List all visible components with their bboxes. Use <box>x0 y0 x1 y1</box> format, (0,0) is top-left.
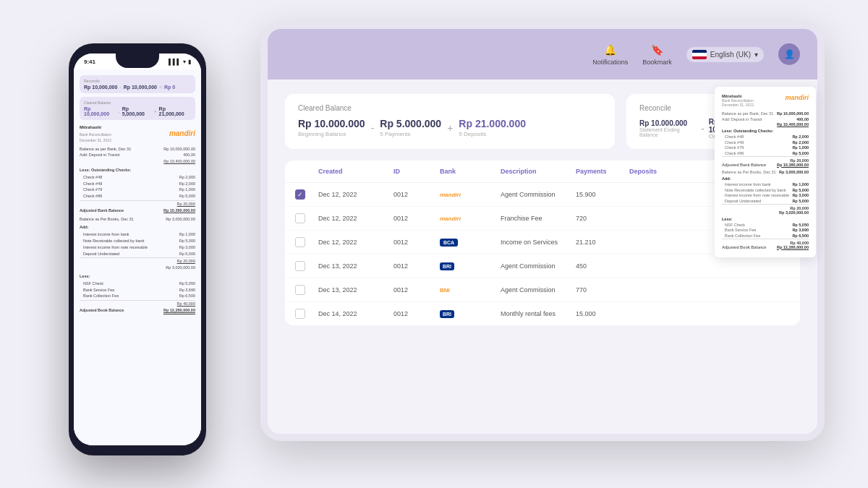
recon-doc-data-row: Interest income from note receivable Rp … <box>722 193 809 197</box>
recon-label: Check #48 <box>725 134 744 139</box>
phone-value: Rp 5,000 <box>179 251 195 257</box>
row-bank: mandiri <box>440 215 498 222</box>
phone-report-row: Check #49Rp 2,000 <box>80 181 195 187</box>
bank-logo-bca: BCA <box>440 239 498 247</box>
phone-value: Rp 12,280,000.00 <box>163 307 195 314</box>
table-row[interactable]: Dec 13, 2022 0012 BNI Agent Commission 7… <box>285 278 800 302</box>
bank-logo-mandiri: mandiri <box>440 215 498 222</box>
phone-report: Mitrahashi Bank Reconciliation December … <box>80 124 195 314</box>
phone-value: Rp 6,500 <box>179 293 195 299</box>
phone-label: Note Receivable collected by bank <box>83 238 144 244</box>
row-description: Income on Services <box>501 239 573 246</box>
row-checkbox[interactable] <box>295 309 305 319</box>
phone-value: 400,00 <box>183 152 195 158</box>
phone-section: Less: Outstanding Checks: <box>80 167 195 174</box>
balance-items: Rp 10.000.000 Beginning Balance - Rp 5.0… <box>298 118 602 137</box>
table-row[interactable]: Dec 13, 2022 0012 BRI Agent Commission 4… <box>285 254 800 278</box>
beginning-balance-label: Beginning Balance <box>298 131 365 137</box>
phone-label: Add: Deposit in Transit <box>80 152 119 158</box>
recon-value: Rp 3,020,000.00 <box>779 210 809 215</box>
recon-label: Note Receivable collected by bank <box>725 188 786 192</box>
notifications-label: Notifications <box>592 59 628 66</box>
row-id: 0012 <box>393 191 437 198</box>
phone-label: Check #86 <box>83 193 102 200</box>
row-checkbox[interactable] <box>295 285 305 295</box>
phone-balance2: Rp 10,000,000 <box>124 85 157 90</box>
phone-value: Rp 1,000 <box>179 231 195 238</box>
row-checkbox[interactable] <box>295 237 305 247</box>
bank-logo-bri: BRI <box>440 262 498 270</box>
phone-label: Balance as Per Books, Dec 31 <box>80 216 134 223</box>
phone-report-row: Add: Deposit in Transit 400,00 <box>80 152 195 158</box>
phone-report-row: Check #79Rp 1,000 <box>80 187 195 193</box>
phone-value: Rp 5,000 <box>179 238 195 244</box>
cleared-balance-title: Cleared Balance <box>298 104 602 112</box>
phone-screen: 9:41 ▌▌▌ ▾ ▮ Reconcile Rp 10,000,000 - R… <box>74 53 201 445</box>
row-date: Dec 12, 2022 <box>318 191 391 198</box>
recon-value: Rp 1,000 <box>792 182 809 187</box>
bookmark-button[interactable]: 🔖 Bookmark <box>642 43 672 66</box>
language-selector[interactable]: English (UK) ▾ <box>686 47 764 62</box>
payments-amount: Rp 5.000.000 <box>380 118 441 129</box>
recon-doc-date: December 31, 2022 <box>722 103 754 107</box>
phone-label: Check #49 <box>83 181 102 187</box>
mobile-phone: 9:41 ▌▌▌ ▾ ▮ Reconcile Rp 10,000,000 - R… <box>69 43 206 455</box>
recon-label: Balance as per Bank, Dec 31 <box>722 111 773 116</box>
cleared-balance-card: Cleared Balance Rp 10.000.000 Beginning … <box>285 94 615 149</box>
recon-section: Less: <box>722 217 809 221</box>
recon-doc-data-row: Bank Collection Fee Rp 6,500 <box>722 234 809 238</box>
user-avatar[interactable]: 👤 <box>778 43 800 65</box>
recon-total-row: Rp 20,000 <box>722 204 809 210</box>
recon-doc-data-row: Add: Deposit in Transit 400,00 <box>722 117 809 121</box>
recon-value: Rp 1,000 <box>792 145 809 150</box>
deposits-amount: Rp 21.000.000 <box>459 118 526 129</box>
statement-item: Rp 10.000.000 Statement Ending Balance <box>639 119 697 137</box>
col-bank: Bank <box>440 168 498 175</box>
row-payments: 21.210 <box>576 239 626 246</box>
recon-label: Check #49 <box>725 140 744 145</box>
phone-value: Rp 3,000 <box>179 244 195 251</box>
row-payments: 15.900 <box>576 191 626 198</box>
recon-value: Rp 5,000 <box>792 199 809 203</box>
chevron-down-icon: ▾ <box>754 51 758 59</box>
phone-label: NSF Check <box>83 281 103 287</box>
row-payments: 720 <box>576 215 626 222</box>
phone-label: Interest income from note receivable <box>83 244 148 251</box>
recon-doc-data-row: Check #79 Rp 1,000 <box>722 145 809 150</box>
recon-doc-data-row: Check #48 Rp 2,000 <box>722 134 809 139</box>
row-checkbox[interactable] <box>295 213 305 223</box>
phone-value: Rp 20,000 <box>177 258 195 265</box>
recon-label: Interest income from bank <box>725 182 771 187</box>
recon-label: Add: Deposit in Transit <box>722 117 762 121</box>
recon-label: Check #79 <box>725 145 744 150</box>
language-label: English (UK) <box>710 51 751 59</box>
recon-doc-data-row: Balance as per Bank, Dec 31 Rp 10,000,00… <box>722 111 809 116</box>
row-payments: 770 <box>576 286 626 294</box>
bank-logo-bri: BRI <box>440 310 498 318</box>
col-description: Description <box>501 168 573 175</box>
row-id: 0012 <box>393 215 437 222</box>
row-checkbox[interactable] <box>295 261 305 271</box>
row-date: Dec 14, 2022 <box>318 310 391 317</box>
col-checkbox <box>295 168 315 175</box>
table-row[interactable]: Dec 14, 2022 0012 BRI Monthly rental fee… <box>285 302 800 325</box>
phone-section: Add: <box>80 224 195 231</box>
phone-label: Deposit Understated <box>83 251 119 257</box>
phone-value: Rp 3,020,000.00 <box>166 265 195 271</box>
recon-doc-header: Mitrahashi Bank Reconciliation December … <box>722 94 809 107</box>
recon-label: Adjusted Book Balance <box>722 245 766 249</box>
recon-doc-data-row: Adjusted Bank Balance Rp 10,380,000.00 <box>722 163 809 167</box>
plus-operator: + <box>447 122 453 134</box>
row-checkbox[interactable]: ✓ <box>295 189 305 200</box>
col-payments: Payments <box>576 168 626 175</box>
recon-doc-data-row: Rp 3,020,000.00 <box>722 210 809 215</box>
phone-report-row: Balance as Per Books, Dec 31 Rp 3,000,00… <box>80 216 195 223</box>
phone-mandiri-logo: mandiri <box>169 128 195 140</box>
col-id: ID <box>393 168 437 175</box>
recon-doc-data-row: Interest income from bank Rp 1,000 <box>722 182 809 187</box>
notifications-button[interactable]: 🔔 Notifications <box>592 43 628 66</box>
recon-doc-data-row: Bank Service Fee Rp 3,690 <box>722 228 809 232</box>
deposits-item: Rp 21.000.000 5 Deposits <box>459 118 526 137</box>
recon-doc-data-row: Check #86 Rp 5,000 <box>722 151 809 155</box>
phone-value: Rp 2,000 <box>179 181 195 187</box>
